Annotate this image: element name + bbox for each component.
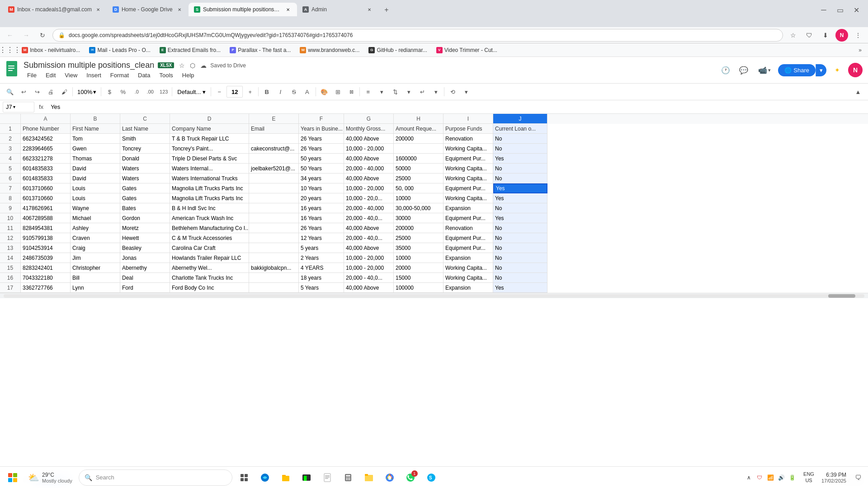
apps-button[interactable]: ⋮⋮⋮	[4, 44, 16, 56]
italic-button[interactable]: I	[274, 85, 287, 98]
cell-h1[interactable]: Amount Reque...	[394, 124, 443, 134]
grid-cell[interactable]: 25000	[394, 174, 443, 183]
chrome-browser-icon[interactable]	[381, 469, 399, 487]
text-rotate-button[interactable]: ⟲	[446, 85, 459, 98]
close-button[interactable]: ✕	[850, 4, 863, 16]
grid-cell[interactable]: Louis	[71, 183, 120, 193]
wrap-dropdown[interactable]: ▾	[429, 85, 442, 98]
print-button[interactable]: 🖨	[44, 85, 57, 98]
paint-format-button[interactable]: 🖌	[58, 85, 71, 98]
grid-cell[interactable]: 4 YEARS	[299, 263, 344, 273]
more-options-icon[interactable]: ⋮	[852, 29, 864, 42]
grid-cell[interactable]: Abernethy Wel...	[170, 263, 249, 273]
grid-cell[interactable]: No	[493, 203, 547, 213]
grid-cell[interactable]: 4178626961	[21, 203, 71, 213]
grid-cell[interactable]: C & M Truck Accessories	[170, 233, 249, 243]
grid-cell[interactable]: 10,000 - 20,000	[344, 183, 394, 193]
col-header-i[interactable]: I	[443, 114, 493, 124]
grid-cell[interactable]: 26 Years	[299, 134, 344, 144]
grid-cell[interactable]: 35000	[394, 243, 443, 253]
grid-cell[interactable]: No	[493, 144, 547, 154]
grid-cell[interactable]: Bethlehem Manufacturing Co I...	[170, 223, 249, 233]
grid-cell[interactable]: 26 Years	[299, 223, 344, 233]
grid-cell[interactable]	[249, 243, 299, 253]
grid-cell[interactable]: Magnolia Lift Trucks Parts Inc	[170, 193, 249, 203]
edge-browser-icon[interactable]	[256, 469, 274, 487]
grid-cell[interactable]: 12 Years	[299, 233, 344, 243]
strikethrough-button[interactable]: S	[288, 85, 300, 98]
bookmark-github[interactable]: G GitHub - redianmar...	[365, 46, 430, 54]
start-button[interactable]	[4, 469, 22, 487]
profile-avatar-header[interactable]: N	[835, 29, 848, 42]
bookmark-parallax[interactable]: P Parallax - The fast a...	[226, 46, 294, 54]
grid-cell[interactable]: Wayne	[71, 203, 120, 213]
grid-cell[interactable]: Moretz	[120, 223, 170, 233]
download-icon[interactable]: ⬇	[819, 29, 832, 42]
star-icon[interactable]: ☆	[178, 61, 186, 70]
grid-cell[interactable]: 20,000 - 40,000	[344, 164, 394, 174]
cell-d1[interactable]: Company Name	[170, 124, 249, 134]
grid-cell[interactable]: 6014835833	[21, 164, 71, 174]
grid-cell[interactable]: 2 Years	[299, 253, 344, 263]
move-icon[interactable]: ⬡	[189, 61, 197, 70]
grid-cell[interactable]: 6013710660	[21, 193, 71, 203]
cell-a1[interactable]: Phone Number	[21, 124, 71, 134]
grid-cell[interactable]: Toncrey	[120, 144, 170, 154]
grid-cell[interactable]: Yes	[493, 213, 547, 223]
grid-cell[interactable]: Thomas	[71, 154, 120, 164]
cell-f1[interactable]: Years in Busine...	[299, 124, 344, 134]
grid-cell[interactable]: 20,000 - 40,0...	[344, 273, 394, 283]
row-number[interactable]: 4	[0, 154, 21, 164]
new-tab-button[interactable]: +	[380, 4, 393, 16]
grid-cell[interactable]: 3362727766	[21, 283, 71, 293]
tray-expand[interactable]: ∧	[745, 474, 753, 482]
text-rotate-dropdown[interactable]: ▾	[460, 85, 472, 98]
grid-cell[interactable]: No	[493, 233, 547, 243]
back-button[interactable]: ←	[4, 29, 16, 42]
grid-cell[interactable]: Howlands Trailer Repair LLC	[170, 253, 249, 263]
grid-cell[interactable]: No	[493, 243, 547, 253]
weather-widget[interactable]: ⛅ 29°C Mostly cloudy	[24, 472, 76, 483]
grid-cell[interactable]: Working Capita...	[443, 164, 493, 174]
percent-button[interactable]: %	[117, 85, 129, 98]
grid-cell[interactable]	[249, 273, 299, 283]
grid-cell[interactable]: 2486735039	[21, 253, 71, 263]
tab-sheets-close[interactable]: ✕	[284, 6, 292, 13]
grid-cell[interactable]	[249, 213, 299, 223]
grid-cell[interactable]: cakeconstruct@...	[249, 144, 299, 154]
bookmarks-more[interactable]: »	[856, 46, 864, 54]
cell-e1[interactable]: Email	[249, 124, 299, 134]
col-header-h[interactable]: H	[394, 114, 443, 124]
file-explorer-icon[interactable]	[277, 469, 295, 487]
more-toolbar-button[interactable]: ▲	[852, 85, 864, 98]
grid-cell[interactable]: 2283964665	[21, 144, 71, 154]
row-number[interactable]: 11	[0, 223, 21, 233]
borders-button[interactable]: ⊞	[331, 85, 344, 98]
grid-cell[interactable]: Yes	[493, 193, 547, 203]
grid-cell[interactable]: Renovation	[443, 223, 493, 233]
font-size-box[interactable]: 12	[226, 86, 243, 98]
cell-g1[interactable]: Monthly Gross...	[344, 124, 394, 134]
grid-cell[interactable]: Expansion	[443, 253, 493, 263]
vertical-align-dropdown[interactable]: ▾	[402, 85, 415, 98]
grid-cell[interactable]: 50, 000	[394, 183, 443, 193]
grid-cell[interactable]: 4067289588	[21, 213, 71, 223]
menu-tools[interactable]: Tools	[156, 71, 176, 80]
grid-cell[interactable]: 25000	[394, 233, 443, 243]
minimize-button[interactable]: ─	[817, 4, 830, 16]
grid-cell[interactable]: Yes	[493, 283, 547, 293]
grid-cell[interactable]: Gates	[120, 193, 170, 203]
menu-file[interactable]: File	[24, 71, 40, 80]
grid-cell[interactable]: Waters	[120, 174, 170, 183]
fill-color-button[interactable]: 🎨	[318, 85, 330, 98]
shield-icon[interactable]: 🛡	[803, 29, 816, 42]
grid-cell[interactable]: Gates	[120, 183, 170, 193]
grid-cell[interactable]: Yes	[493, 183, 547, 193]
grid-cell[interactable]: 16 years	[299, 203, 344, 213]
grid-cell[interactable]: 100000	[394, 283, 443, 293]
undo-button[interactable]: ↩	[17, 85, 30, 98]
row-number[interactable]: 10	[0, 213, 21, 223]
tab-drive-close[interactable]: ✕	[176, 6, 183, 13]
wrap-button[interactable]: ↵	[416, 85, 429, 98]
decimal-dec-button[interactable]: .0	[130, 85, 143, 98]
